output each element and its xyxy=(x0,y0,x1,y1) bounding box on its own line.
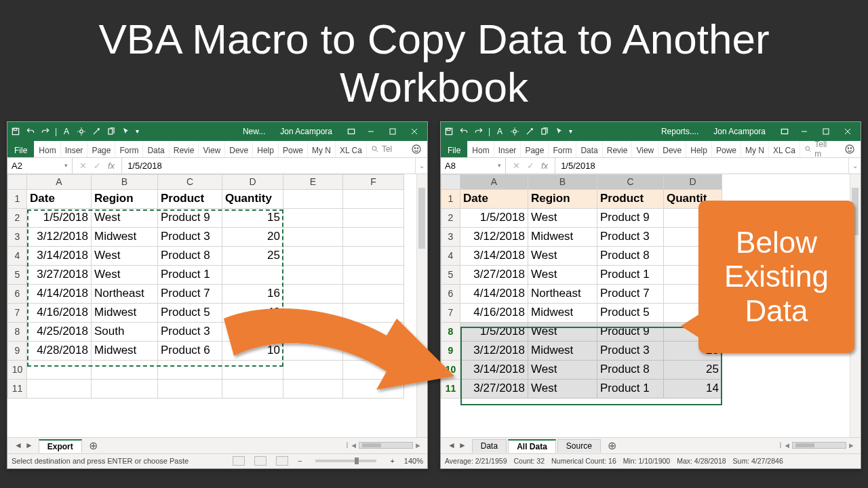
cell[interactable]: 14 xyxy=(664,379,722,398)
sheet-nav-next-icon[interactable]: ► xyxy=(25,441,33,450)
view-normal-icon[interactable] xyxy=(233,456,245,466)
ribbon-tab[interactable]: Help xyxy=(253,141,279,157)
cell[interactable]: Product 3 xyxy=(158,322,222,341)
cancel-icon[interactable]: ✕ xyxy=(513,161,520,171)
maximize-button[interactable] xyxy=(382,124,403,139)
ribbon-tab[interactable]: View xyxy=(632,141,658,157)
sheet-nav-prev-icon[interactable]: ◄ xyxy=(448,441,456,450)
col-header[interactable]: A xyxy=(27,174,92,189)
ribbon-tab[interactable]: My N xyxy=(308,141,336,157)
worksheet-grid[interactable]: ABCD 1DateRegionProductQuantit2 1/5/2018… xyxy=(441,174,722,399)
col-header[interactable]: B xyxy=(528,174,597,189)
row-header[interactable]: 3 xyxy=(8,227,27,246)
row-header[interactable]: 1 xyxy=(441,189,460,208)
cell[interactable]: West xyxy=(92,208,158,227)
ribbon-tab[interactable]: Hom xyxy=(468,141,494,157)
cell[interactable]: Product 8 xyxy=(158,246,222,265)
cell[interactable]: 16 xyxy=(222,284,283,303)
cell[interactable]: Product xyxy=(158,189,222,208)
ribbon-options-icon[interactable] xyxy=(779,126,790,137)
sheet-tab[interactable]: All Data xyxy=(508,439,556,453)
cell[interactable]: 25 xyxy=(664,360,722,379)
cell[interactable]: 3/12/2018 xyxy=(460,227,528,246)
ribbon-tab[interactable]: Data xyxy=(576,141,602,157)
cell[interactable]: West xyxy=(528,265,597,284)
cell[interactable]: 4/16/2018 xyxy=(27,303,92,322)
fx-icon[interactable]: fx xyxy=(108,161,115,171)
qa-icon-4[interactable] xyxy=(106,126,117,137)
vertical-scrollbar[interactable] xyxy=(416,174,427,437)
ribbon-tab[interactable]: View xyxy=(199,141,225,157)
row-header[interactable]: 8 xyxy=(8,322,27,341)
cancel-icon[interactable]: ✕ xyxy=(79,161,87,171)
row-header[interactable]: 9 xyxy=(441,341,460,360)
ribbon-tab[interactable]: XL Ca xyxy=(769,141,800,157)
ribbon-tab[interactable]: Hom xyxy=(35,141,60,157)
col-header[interactable]: D xyxy=(664,174,722,189)
minimize-button[interactable] xyxy=(361,124,381,139)
ribbon-tab[interactable]: Data xyxy=(143,141,169,157)
cell[interactable]: West xyxy=(528,379,597,398)
cell[interactable]: South xyxy=(92,322,158,341)
cell[interactable]: Product 1 xyxy=(597,379,664,398)
maximize-button[interactable] xyxy=(816,124,836,139)
sheet-nav-next-icon[interactable]: ► xyxy=(458,441,467,450)
qa-icon-3[interactable] xyxy=(91,126,102,137)
h-scrollbar[interactable] xyxy=(792,442,846,449)
ribbon-tab[interactable]: Revie xyxy=(170,141,199,157)
cell[interactable]: 1/5/2018 xyxy=(460,322,528,341)
cell[interactable]: Midwest xyxy=(528,341,597,360)
cell[interactable]: Quantity xyxy=(222,189,283,208)
qa-icon-3[interactable] xyxy=(524,126,535,137)
cell[interactable]: 3/27/2018 xyxy=(27,265,92,284)
enter-icon[interactable]: ✓ xyxy=(94,161,101,171)
qa-icon-2[interactable] xyxy=(509,126,520,137)
cell[interactable]: 3/12/2018 xyxy=(27,227,92,246)
row-header[interactable]: 2 xyxy=(441,208,460,227)
cell[interactable]: Product 7 xyxy=(597,284,664,303)
cell[interactable]: Product 5 xyxy=(597,303,664,322)
row-header[interactable]: 4 xyxy=(8,246,27,265)
row-header[interactable]: 6 xyxy=(441,284,460,303)
row-header[interactable]: 2 xyxy=(8,208,27,227)
close-button[interactable] xyxy=(837,124,858,139)
redo-icon[interactable] xyxy=(40,126,51,137)
row-header[interactable]: 10 xyxy=(441,360,460,379)
col-header[interactable]: E xyxy=(283,174,343,189)
sheet-nav-prev-icon[interactable]: ◄ xyxy=(14,441,22,450)
cursor-icon[interactable] xyxy=(121,126,132,137)
cursor-icon[interactable] xyxy=(554,126,565,137)
close-button[interactable] xyxy=(404,124,425,139)
col-header[interactable]: C xyxy=(158,174,222,189)
col-header[interactable]: A xyxy=(460,174,528,189)
fx-icon[interactable]: fx xyxy=(541,161,548,171)
view-layout-icon[interactable] xyxy=(254,456,267,466)
cell[interactable]: Midwest xyxy=(528,227,597,246)
cell[interactable]: Product 7 xyxy=(158,284,222,303)
feedback-icon[interactable] xyxy=(839,141,861,157)
cell[interactable]: 40 xyxy=(222,303,283,322)
ribbon-options-icon[interactable] xyxy=(346,126,357,137)
cell[interactable]: Region xyxy=(92,189,158,208)
cell[interactable]: Product 5 xyxy=(158,303,222,322)
cell[interactable]: 4/14/2018 xyxy=(27,284,92,303)
row-header[interactable]: 5 xyxy=(441,265,460,284)
row-header[interactable]: 7 xyxy=(441,303,460,322)
col-header[interactable]: C xyxy=(597,174,664,189)
cell[interactable]: 4/28/2018 xyxy=(27,341,92,360)
cell[interactable]: Product 1 xyxy=(597,265,664,284)
minimize-button[interactable] xyxy=(794,124,814,139)
ribbon-tab[interactable]: Form xyxy=(115,141,143,157)
ribbon-tab[interactable]: Page xyxy=(521,141,549,157)
undo-icon[interactable] xyxy=(458,126,469,137)
row-header[interactable]: 5 xyxy=(8,265,27,284)
cell[interactable]: Product 9 xyxy=(597,322,664,341)
ribbon-tab[interactable]: Revie xyxy=(603,141,633,157)
formula-input[interactable]: 1/5/2018 xyxy=(122,158,415,174)
cell[interactable]: West xyxy=(528,246,597,265)
cell[interactable]: 3/27/2018 xyxy=(460,265,528,284)
col-header[interactable]: B xyxy=(92,174,158,189)
ribbon-tab-file[interactable]: File xyxy=(441,141,468,157)
cell[interactable]: Product 8 xyxy=(597,246,664,265)
row-header[interactable]: 3 xyxy=(441,227,460,246)
